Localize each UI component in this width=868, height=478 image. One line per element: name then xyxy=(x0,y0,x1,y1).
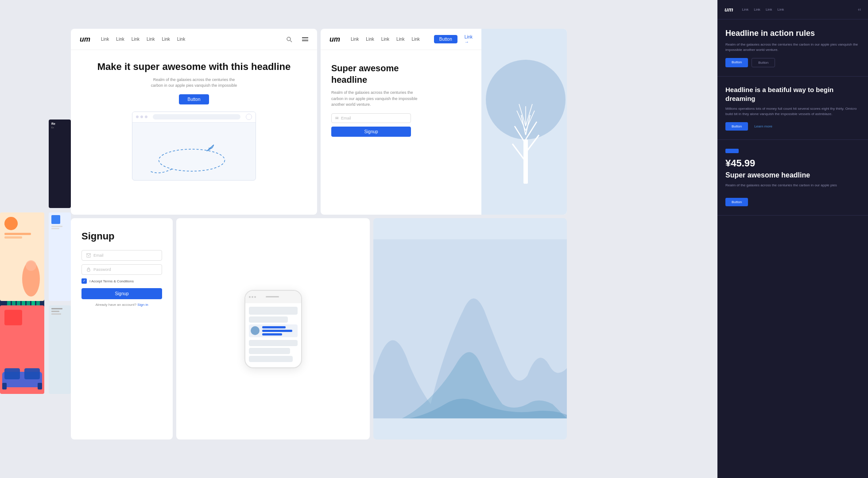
search-icon[interactable] xyxy=(286,36,292,42)
email-field[interactable]: Email xyxy=(81,250,162,261)
nav-link-r3[interactable]: Link xyxy=(381,37,389,42)
password-field[interactable]: Password xyxy=(81,264,162,275)
nav-link-r1[interactable]: Link xyxy=(351,37,359,42)
mobile-block-5 xyxy=(249,356,293,362)
browser-mockup xyxy=(132,112,256,181)
signin-link[interactable]: Sign in xyxy=(137,303,148,307)
nav-bar-right: um Link Link Link Link Link Button Link … xyxy=(321,29,481,50)
mobile-line-2 xyxy=(262,330,292,332)
signup-button-form[interactable]: Signup xyxy=(81,288,162,299)
hero-content-left: Make it super awesome with this headline… xyxy=(80,50,308,215)
browser-action-icon xyxy=(246,114,252,120)
signup-title: Signup xyxy=(81,231,162,242)
svg-rect-13 xyxy=(2,383,7,389)
sidebar-btn2-link[interactable]: Learn more xyxy=(752,122,775,131)
thumbnail-3[interactable] xyxy=(0,305,44,394)
sidebar-panel-2: Headline is a beatiful way to begin drea… xyxy=(717,77,868,140)
sidebar-nav: um Link Link Link Link ‹‹ xyxy=(717,0,868,19)
thumbnail-small-2[interactable] xyxy=(49,212,71,301)
nav-link-2[interactable]: Link xyxy=(116,37,124,42)
svg-rect-14 xyxy=(38,383,42,389)
thumbnail-small-1[interactable]: Re Ex xyxy=(49,120,71,208)
sidebar-nav-link-1[interactable]: Link xyxy=(742,8,749,12)
nav-link-r5[interactable]: Link xyxy=(411,37,419,42)
nav-link-r2[interactable]: Link xyxy=(366,37,374,42)
sidebar-btns-1: Button Button xyxy=(725,58,860,67)
sidebar-label-tag xyxy=(725,149,739,153)
terms-checkbox[interactable]: ✓ xyxy=(81,278,87,284)
sidebar-btn1-primary[interactable]: Button xyxy=(725,58,748,67)
hero-title-right: Super awesome headline xyxy=(331,62,411,85)
sidebar-btn1-secondary[interactable]: Button xyxy=(752,58,775,67)
tree-svg xyxy=(481,29,567,197)
mobile-panel xyxy=(176,218,370,439)
svg-line-16 xyxy=(291,40,292,42)
mobile-line-3 xyxy=(262,333,283,335)
sidebar-btns-2: Button Learn more xyxy=(725,122,860,131)
email-icon: ✉ xyxy=(335,116,339,120)
hero-panel-left: um Link Link Link Link Link Link xyxy=(71,29,317,215)
browser-dot-2 xyxy=(140,116,143,118)
signin-prompt: Already have an account? Sign in xyxy=(81,303,162,307)
mobile-content xyxy=(245,303,301,367)
mobile-avatar xyxy=(251,326,260,335)
terms-label: I Accept Terms & Conditions xyxy=(89,279,134,283)
browser-dot-3 xyxy=(145,116,147,118)
svg-point-9 xyxy=(26,260,36,271)
hero-content-right: Super awesome headline Realm of the gala… xyxy=(321,50,481,215)
password-field-placeholder: Password xyxy=(93,267,111,272)
hero-desc-left: Realm of the galaxies across the centuri… xyxy=(150,77,238,89)
panel-right-container: um Link Link Link Link Link Button Link … xyxy=(321,29,567,215)
nav-link-r4[interactable]: Link xyxy=(396,37,404,42)
logo-right: um xyxy=(329,35,340,43)
sidebar-nav-link-2[interactable]: Link xyxy=(754,8,760,12)
sidebar-headline-2: Headline is a beatiful way to begin drea… xyxy=(725,85,860,103)
panel-right-content: um Link Link Link Link Link Button Link … xyxy=(321,29,481,215)
sidebar-btn3-primary[interactable]: Button xyxy=(725,198,748,206)
sidebar-headline-1: Headline in action rules xyxy=(725,28,860,39)
browser-dot-1 xyxy=(136,116,139,118)
left-sidebar: Re Ex Re Ex xyxy=(0,0,71,478)
signup-button-right[interactable]: Signup xyxy=(331,127,411,137)
hero-title-left: Make it super awesome with this headline xyxy=(97,61,291,73)
sidebar-btn2-primary[interactable]: Button xyxy=(725,122,748,131)
nav-link-4[interactable]: Link xyxy=(147,37,155,42)
sidebar-panel-3: ¥45.99 Super awesome headline Realm of t… xyxy=(717,140,868,216)
mobile-lower-blocks xyxy=(249,340,298,362)
bottom-row: Signup Email Password ✓ I Accept xyxy=(71,218,567,439)
sidebar-collapse-icon[interactable]: ‹‹ xyxy=(858,7,861,12)
form-lock-icon xyxy=(86,267,91,272)
email-field-placeholder: Email xyxy=(93,253,104,258)
nav-bar-left: um Link Link Link Link Link Link xyxy=(71,29,317,50)
signup-panel: Signup Email Password ✓ I Accept xyxy=(71,218,173,439)
hero-button-left[interactable]: Button xyxy=(179,94,209,104)
browser-url-bar xyxy=(153,114,240,120)
nav-link-6[interactable]: Link xyxy=(177,37,185,42)
nav-link-1[interactable]: Link xyxy=(101,37,109,42)
sidebar-nav-link-4[interactable]: Link xyxy=(778,8,784,12)
svg-point-17 xyxy=(159,149,225,171)
svg-point-21 xyxy=(486,60,566,139)
mobile-block-1 xyxy=(249,307,298,315)
svg-rect-12 xyxy=(24,368,40,379)
sidebar-headline-3: Super awesome headline xyxy=(725,171,860,180)
hamburger-icon[interactable] xyxy=(302,37,308,41)
nav-link-arrow-right[interactable]: Link → xyxy=(465,35,473,44)
svg-rect-35 xyxy=(87,269,90,271)
thumbnail-small-3[interactable] xyxy=(49,305,71,394)
nav-link-5[interactable]: Link xyxy=(162,37,170,42)
nav-link-3[interactable]: Link xyxy=(132,37,140,42)
thumbnail-2[interactable] xyxy=(0,212,44,301)
email-placeholder: Email xyxy=(341,116,351,120)
mobile-block-4 xyxy=(249,348,291,354)
logo-left: um xyxy=(80,35,90,43)
thumb-figure-svg xyxy=(0,257,44,301)
right-sidebar: um Link Link Link Link ‹‹ Headline in ac… xyxy=(717,0,868,478)
mobile-device xyxy=(244,290,302,368)
paper-plane-svg xyxy=(132,120,256,181)
mobile-block-2 xyxy=(249,316,288,323)
mobile-text-lines xyxy=(262,326,296,335)
sidebar-nav-link-3[interactable]: Link xyxy=(766,8,772,12)
nav-button-right[interactable]: Button xyxy=(434,35,457,43)
email-input-right[interactable]: ✉ Email xyxy=(331,113,411,123)
